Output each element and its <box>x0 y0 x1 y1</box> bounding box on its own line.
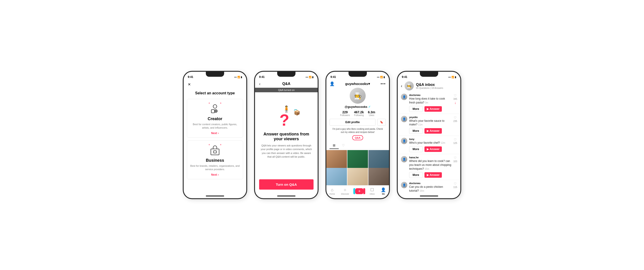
status-icons-1: ▪▪▪ 📶 ▮ <box>234 76 242 78</box>
status-icons-2: ▪▪▪ 📶 ▮ <box>306 76 314 78</box>
heart-icon-3: ♡ <box>454 138 457 141</box>
nav-home[interactable]: ⌂ Home <box>329 188 335 195</box>
edit-profile-button[interactable]: Edit profile <box>330 119 376 126</box>
q1-actions: More ▶ Answer <box>409 106 452 112</box>
back-icon-2[interactable]: ‹ <box>259 81 260 86</box>
svg-rect-1 <box>211 110 214 113</box>
question-item-1: 👤 doctorwu How long does it take to cook… <box>398 92 460 114</box>
q1-likes: ♡ 345 ↓ <box>453 94 457 112</box>
following-label: Following <box>354 114 364 116</box>
grid-item-4[interactable] <box>326 168 347 185</box>
grid-item-6[interactable] <box>368 168 389 185</box>
heart-icon-1: ♡ <box>454 94 457 97</box>
q3-more-button[interactable]: More <box>409 146 422 152</box>
q5-like-count: 115 <box>453 186 457 189</box>
q4-username: hana.he <box>409 156 452 159</box>
business-card[interactable]: + + Business Best for brands, retailers,… <box>187 140 243 179</box>
nav-create[interactable]: + <box>355 188 364 194</box>
profile-avatar: 🧑‍🍳 <box>350 88 366 104</box>
plus-tr: + <box>220 102 222 104</box>
question-item-2: 👤 yeyelin What's your favorite sauce to … <box>398 114 460 136</box>
phones-container: 9:41 ▪▪▪ 📶 ▮ ✕ Select an account type + … <box>183 71 461 199</box>
arrow-icon-1: ↓ <box>454 101 456 105</box>
wifi-icon-4: 📶 <box>452 76 454 78</box>
q4-like-count: 103 <box>453 160 457 163</box>
status-bar-4: 9:41 ▪▪▪ 📶 ▮ <box>398 73 460 80</box>
home-indicator-2 <box>277 196 296 197</box>
creator-name: Creator <box>190 116 240 121</box>
bookmark-button[interactable]: 🔖 <box>377 119 386 126</box>
home-label: Home <box>329 193 335 195</box>
qa-badge-label[interactable]: Q&A <box>352 135 363 140</box>
wifi-icon-2: 📶 <box>309 76 312 78</box>
grid-item-2[interactable]: ▶ 24.5K <box>348 150 368 171</box>
heart-icon-5: ♡ <box>454 182 457 186</box>
creator-next[interactable]: Next › <box>190 132 240 135</box>
nav-me[interactable]: 👤 Me <box>381 187 386 195</box>
phone-4: 9:41 ▪▪▪ 📶 ▮ ‹ 🧑‍🍳 Q&A inbox 65 Question… <box>397 71 461 199</box>
tab-videos[interactable]: ⊞ <box>330 142 339 149</box>
q3-like-count: 125 <box>453 142 457 144</box>
signal-icon-3: ▪▪▪ <box>377 76 380 78</box>
close-icon[interactable]: ✕ <box>188 82 191 87</box>
q4-likes: ♡ 103 <box>453 156 457 178</box>
p2-nav-title: Q&A <box>282 82 290 86</box>
grid-item-5[interactable] <box>348 168 368 185</box>
creator-icon-wrap: + + <box>210 103 220 115</box>
q3-answer-button[interactable]: ▶ Answer <box>424 146 442 152</box>
followers-count: 229 <box>340 110 350 114</box>
svg-rect-6 <box>214 151 216 153</box>
signal-icon-4: ▪▪▪ <box>448 76 451 78</box>
p1-content: ✕ Select an account type + + Crea <box>184 80 246 194</box>
q4-more-button[interactable]: More <box>409 172 422 178</box>
q1-more-button[interactable]: More <box>409 106 422 112</box>
create-button[interactable]: + <box>355 188 364 194</box>
inbox-subtitle: 65 Questions | 18 Answers <box>416 87 443 89</box>
tab-likes[interactable]: ♡ <box>339 142 348 149</box>
likes-label: Likes <box>368 114 375 116</box>
back-icon-4[interactable]: ‹ <box>401 84 402 88</box>
creator-card[interactable]: + + Creator Best for content creators, p… <box>187 99 243 138</box>
p3-action-buttons: Edit profile 🔖 <box>326 119 389 126</box>
user-avatar-5: 👤 <box>401 182 407 188</box>
home-indicator-4 <box>420 196 438 197</box>
svg-rect-5 <box>211 149 219 155</box>
followers-label: Followers <box>340 114 350 116</box>
page-title-1: Select an account type <box>184 89 246 98</box>
q2-likes: ♡ 235 <box>453 116 457 134</box>
video-icon-3: ▶ <box>427 148 429 151</box>
p4-content: ‹ 🧑‍🍳 Q&A inbox 65 Questions | 18 Answer… <box>398 80 460 194</box>
profile-icon: 👤 <box>381 187 386 192</box>
grid-item-1[interactable]: ▶ 506K <box>326 150 347 171</box>
nav-inbox[interactable]: ☐ Inbox <box>370 187 374 195</box>
turn-on-qa-button[interactable]: Turn on Q&A <box>259 179 314 190</box>
inbox-title: Q&A inbox <box>416 83 443 87</box>
business-next[interactable]: Next › <box>190 173 240 176</box>
p2-illustration: ? ? 🧍 📦 Answer questions from your viewe… <box>255 92 318 176</box>
q4-answer-button[interactable]: ▶ Answer <box>424 172 442 178</box>
q5-username: doctorwu <box>409 182 452 185</box>
profile-bio: I'm just a guy who likes cooking and pas… <box>326 127 389 135</box>
grid-item-3[interactable]: ▶ 1.1M <box>368 150 389 171</box>
q1-like-count: 345 <box>453 98 457 100</box>
status-bar-3: 9:41 ▪▪▪ 📶 ▮ <box>326 73 389 80</box>
nav-discover[interactable]: ○ Discover <box>341 188 349 195</box>
profile-stats: 229 Followers 467.2k Following 6.3m Like… <box>326 110 389 116</box>
creator-svg-icon <box>210 103 220 114</box>
q4-actions: More ▶ Answer <box>409 172 452 178</box>
q3-likes: ♡ 125 <box>453 138 457 152</box>
signal-icon: ▪▪▪ <box>234 76 237 78</box>
user-avatar-1: 👤 <box>401 94 407 100</box>
more-options-icon[interactable]: ••• <box>380 82 386 86</box>
time-4: 9:41 <box>402 75 407 79</box>
q2-answer-button[interactable]: ▶ Answer <box>424 128 442 134</box>
add-user-icon[interactable]: 👤 <box>330 81 334 86</box>
q1-answer-button[interactable]: ▶ Answer <box>424 106 442 112</box>
qa-illustration: ? ? 🧍 📦 <box>272 105 300 128</box>
battery-icon: ▮ <box>241 76 242 78</box>
user-avatar-4: 👤 <box>401 156 407 162</box>
q2-more-button[interactable]: More <box>409 128 422 134</box>
verified-badge: ✓ <box>368 105 371 108</box>
q4-body: hana.he Where did you learn to cook? can… <box>409 156 452 178</box>
video-icon-2: ▶ <box>427 129 429 132</box>
